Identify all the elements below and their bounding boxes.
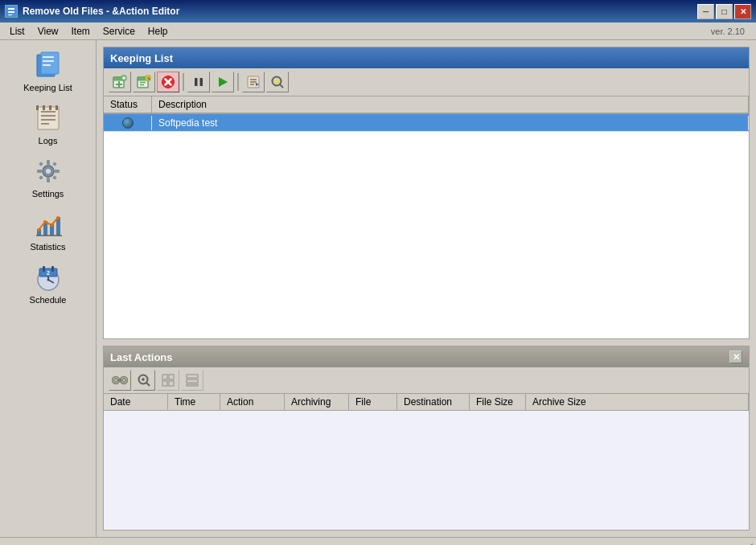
svg-rect-16	[49, 105, 51, 110]
add-button[interactable]	[109, 72, 131, 92]
svg-rect-61	[195, 78, 198, 86]
svg-rect-87	[187, 379, 198, 383]
svg-point-33	[37, 228, 40, 232]
svg-rect-21	[47, 178, 50, 182]
last-actions-grid2-button[interactable]	[181, 370, 203, 391]
svg-rect-27	[52, 175, 57, 180]
col-archiving[interactable]: Archiving	[285, 394, 349, 410]
run-button[interactable]	[212, 72, 234, 92]
svg-point-35	[50, 223, 53, 227]
svg-rect-2	[8, 11, 14, 13]
svg-rect-15	[43, 105, 45, 110]
svg-rect-25	[52, 162, 57, 166]
svg-rect-22	[37, 170, 42, 173]
col-archive-size[interactable]: Archive Size	[526, 394, 749, 410]
sidebar-item-settings[interactable]: Settings	[0, 150, 96, 203]
svg-rect-85	[169, 381, 174, 386]
keeping-list-toolbar: ✎	[104, 68, 749, 96]
search-button[interactable]	[266, 72, 289, 92]
keeping-table-header: Status Description	[104, 96, 749, 114]
version-label: ver. 2.10	[711, 27, 753, 36]
sidebar-item-logs[interactable]: Logs	[0, 97, 96, 150]
svg-rect-7	[43, 60, 54, 62]
sidebar-label-keeping: Keeping List	[23, 83, 72, 92]
keeping-list-header: Keeping List	[104, 47, 749, 68]
col-date[interactable]: Date	[104, 394, 168, 410]
last-actions-grid1-button[interactable]	[157, 370, 179, 391]
svg-rect-77	[118, 379, 121, 382]
svg-rect-9	[38, 107, 59, 129]
svg-rect-88	[187, 384, 198, 386]
actions-table-header: Date Time Action Archiving File Destinat…	[104, 394, 749, 411]
sidebar-label-statistics: Statistics	[30, 242, 65, 252]
svg-rect-42	[43, 266, 45, 272]
svg-point-74	[114, 379, 118, 383]
svg-rect-6	[43, 56, 54, 58]
svg-rect-26	[39, 175, 43, 180]
table-row[interactable]: Softpedia test	[104, 114, 749, 132]
menu-bar: List View Item Service Help ver. 2.10	[0, 23, 756, 40]
menu-item[interactable]: Item	[64, 24, 96, 39]
maximize-button[interactable]: □	[716, 4, 733, 19]
minimize-button[interactable]: ─	[697, 4, 714, 19]
col-destination[interactable]: Destination	[397, 394, 470, 410]
col-description[interactable]: Description	[152, 96, 749, 113]
svg-line-79	[146, 383, 150, 386]
keeping-table-body: Softpedia test	[104, 114, 749, 338]
svg-point-36	[56, 216, 60, 219]
menu-service[interactable]: Service	[97, 24, 142, 39]
status-indicator	[122, 117, 134, 129]
sidebar-item-schedule[interactable]: 2 Schedule	[0, 256, 96, 309]
svg-marker-63	[219, 77, 228, 87]
sidebar-label-schedule: Schedule	[30, 295, 67, 305]
menu-help[interactable]: Help	[142, 24, 175, 39]
col-file-size[interactable]: File Size	[470, 394, 526, 410]
svg-point-19	[46, 169, 51, 174]
menu-list[interactable]: List	[3, 24, 31, 39]
main-container: Keeping List Logs	[0, 40, 756, 537]
last-actions-filter-button[interactable]	[133, 370, 155, 391]
title-bar: Remove Old Files - &Action Editor ─ □ ✕	[0, 0, 756, 23]
keeping-list-icon	[32, 49, 64, 81]
edit-button[interactable]: ✎	[133, 72, 155, 92]
col-status[interactable]: Status	[104, 96, 152, 113]
svg-rect-5	[41, 52, 59, 74]
svg-rect-86	[187, 375, 198, 378]
keeping-list-panel: Keeping List	[103, 47, 750, 339]
close-button[interactable]: ✕	[734, 4, 751, 19]
log-button[interactable]	[242, 72, 265, 92]
svg-rect-82	[162, 375, 167, 379]
svg-rect-14	[36, 105, 39, 110]
svg-rect-83	[169, 375, 174, 379]
svg-rect-1	[8, 8, 14, 10]
svg-rect-62	[200, 78, 203, 86]
last-actions-header: Last Actions ✕	[104, 346, 749, 367]
resize-grip: ◢	[746, 541, 753, 545]
col-action[interactable]: Action	[220, 394, 285, 410]
close-last-actions-button[interactable]: ✕	[729, 350, 742, 363]
pause-button[interactable]	[187, 72, 210, 92]
schedule-icon: 2	[32, 261, 64, 293]
sidebar-label-logs: Logs	[39, 136, 58, 145]
col-time[interactable]: Time	[168, 394, 220, 410]
toolbar-separator-2	[237, 73, 239, 91]
status-cell	[104, 116, 152, 130]
col-file[interactable]: File	[349, 394, 397, 410]
sidebar-item-keeping-list[interactable]: Keeping List	[0, 44, 96, 97]
last-actions-title: Last Actions	[110, 351, 173, 363]
svg-rect-43	[51, 266, 54, 272]
toolbar-separator-1	[183, 73, 184, 91]
last-actions-search-button[interactable]	[109, 370, 131, 391]
svg-point-76	[122, 379, 126, 383]
logs-icon	[32, 102, 64, 134]
settings-icon	[32, 155, 64, 187]
svg-rect-17	[55, 105, 58, 110]
delete-button[interactable]	[157, 72, 179, 92]
sidebar: Keeping List Logs	[0, 40, 97, 537]
description-cell: Softpedia test	[152, 116, 749, 130]
menu-view[interactable]: View	[31, 24, 65, 39]
content-area: Keeping List	[97, 40, 756, 537]
svg-point-34	[43, 220, 47, 223]
app-icon	[5, 5, 18, 18]
sidebar-item-statistics[interactable]: Statistics	[0, 203, 96, 256]
